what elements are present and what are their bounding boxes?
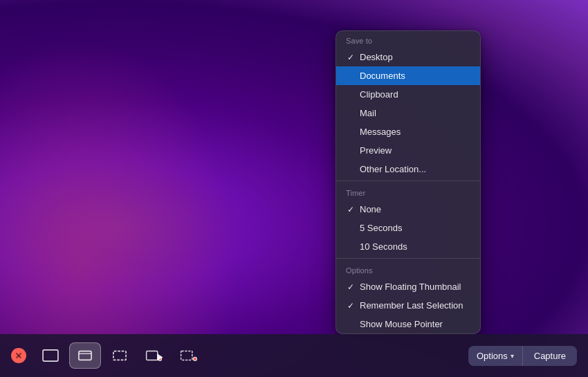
options-button[interactable]: Options ▾ [468,346,522,366]
capture-button[interactable]: Capture [522,346,577,366]
close-button[interactable] [11,348,26,363]
menu-item-other-location-label: Other Location... [360,164,470,174]
menu-item-preview-label: Preview [360,145,470,156]
menu-item-desktop[interactable]: ✓ Desktop [336,48,480,66]
chevron-down-icon: ▾ [511,352,514,360]
menu-item-desktop-label: Desktop [360,52,470,62]
window-icon [76,349,94,362]
record-screen-icon [145,349,163,362]
context-menu: Save to ✓ Desktop Documents Clipboard Ma… [336,30,481,334]
menu-item-documents[interactable]: Documents [336,66,480,85]
menu-item-10-seconds-label: 10 Seconds [360,241,470,252]
menu-item-other-location[interactable]: Other Location... [336,160,480,178]
record-selection-icon [180,349,198,362]
menu-item-clipboard[interactable]: Clipboard [336,85,480,104]
checkmark-show-floating-thumbnail: ✓ [346,282,356,292]
capture-label: Capture [534,351,566,361]
menu-item-clipboard-label: Clipboard [360,89,470,100]
record-screen-button[interactable] [138,342,170,369]
capture-selection-button[interactable] [104,342,136,369]
menu-item-remember-last-selection[interactable]: ✓ Remember Last Selection [336,296,480,315]
menu-item-5-seconds[interactable]: 5 Seconds [336,219,480,237]
menu-item-mail[interactable]: Mail [336,104,480,122]
menu-item-10-seconds[interactable]: 10 Seconds [336,237,480,256]
menu-item-messages[interactable]: Messages [336,122,480,141]
menu-item-preview[interactable]: Preview [336,141,480,160]
menu-item-timer-none-label: None [360,204,470,214]
toolbar: Options ▾ Capture [0,334,588,377]
svg-rect-4 [147,351,158,360]
menu-item-messages-label: Messages [360,127,470,137]
timer-label: Timer [336,183,480,200]
svg-point-8 [194,357,197,360]
menu-item-5-seconds-label: 5 Seconds [360,223,470,233]
record-selection-button[interactable] [173,342,205,369]
selection-icon [111,349,129,362]
checkmark-desktop: ✓ [346,53,356,62]
svg-rect-0 [43,350,58,361]
menu-item-show-floating-thumbnail-label: Show Floating Thumbnail [360,282,470,292]
svg-rect-7 [181,351,192,360]
menu-item-show-mouse-pointer[interactable]: Show Mouse Pointer [336,315,480,333]
menu-item-show-mouse-pointer-label: Show Mouse Pointer [360,319,470,329]
menu-item-timer-none[interactable]: ✓ None [336,200,480,219]
fullscreen-icon [42,349,59,362]
toolbar-right: Options ▾ Capture [468,346,577,366]
save-to-label: Save to [336,31,480,48]
capture-fullscreen-button[interactable] [35,342,66,369]
capture-window-button[interactable] [69,342,101,369]
svg-rect-3 [113,351,126,360]
desktop-background [0,0,588,377]
menu-item-documents-label: Documents [360,71,470,81]
options-section-label: Options [336,261,480,277]
svg-rect-1 [79,351,91,360]
menu-item-mail-label: Mail [360,108,470,118]
divider-1 [336,181,480,181]
menu-item-show-floating-thumbnail[interactable]: ✓ Show Floating Thumbnail [336,277,480,296]
divider-2 [336,258,480,259]
checkmark-remember-last-selection: ✓ [346,301,356,311]
options-label: Options [477,351,508,361]
checkmark-timer-none: ✓ [346,205,356,214]
menu-item-remember-last-selection-label: Remember Last Selection [360,300,470,311]
